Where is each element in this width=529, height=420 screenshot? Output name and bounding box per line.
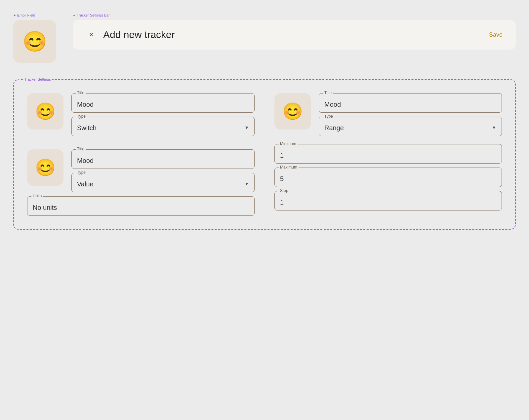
title-value-1: Mood [77, 99, 249, 108]
title-label-1: Title [76, 91, 86, 95]
minimum-value: 1 [280, 150, 496, 159]
settings-bar: × Add new tracker Save [73, 20, 516, 50]
tracker-item-3: 😊 Title Mood Type Range ▼ [274, 93, 502, 136]
tracker-grid: 😊 Title Mood Type Switch ▼ [27, 93, 502, 216]
units-section: Units No units [27, 196, 255, 216]
left-column: 😊 Title Mood Type Switch ▼ [27, 93, 255, 216]
tracker-settings-bar-label: Tracker Settings Bar [73, 13, 516, 17]
tracker-settings-bar-section: Tracker Settings Bar × Add new tracker S… [73, 13, 516, 50]
right-fields-3: Title Mood Type Range ▼ [319, 93, 502, 136]
close-button[interactable]: × [86, 29, 97, 40]
tracker-settings-label: Tracker Settings [19, 77, 52, 81]
type-field-1[interactable]: Type Switch ▼ [71, 117, 255, 136]
title-value-2: Mood [77, 156, 249, 165]
type-field-2[interactable]: Type Value ▼ [71, 173, 255, 192]
tracker-item-2: 😊 Title Mood Type Value ▼ [27, 149, 255, 216]
field-group-1: Title Mood Type Switch ▼ [71, 93, 255, 136]
minimum-field[interactable]: Minimum 1 [274, 144, 502, 164]
type-label-3: Type [323, 114, 334, 119]
step-label: Step [279, 188, 290, 193]
units-label: Units [31, 194, 43, 198]
emoji-field-emoji: 😊 [22, 30, 47, 53]
title-field-2[interactable]: Title Mood [71, 149, 255, 169]
tracker-settings-box: Tracker Settings 😊 Title Mood [13, 79, 516, 230]
title-value-3: Mood [324, 99, 496, 108]
emoji-field-card[interactable]: 😊 [13, 20, 56, 63]
extra-fields: Minimum 1 Maximum 5 Step 1 [274, 144, 502, 210]
title-field-1[interactable]: Title Mood [71, 93, 255, 113]
maximum-label: Maximum [279, 165, 299, 170]
dropdown-arrow-2: ▼ [244, 181, 249, 186]
right-column: 😊 Title Mood Type Range ▼ [274, 93, 502, 216]
type-label-2: Type [76, 170, 87, 175]
units-value: No units [33, 203, 249, 211]
dropdown-arrow-3: ▼ [492, 125, 496, 130]
tracker-item-2-row: 😊 Title Mood Type Value ▼ [27, 149, 255, 192]
title-label-2: Title [76, 147, 86, 151]
dropdown-arrow-1: ▼ [244, 125, 249, 130]
tracker-emoji-card-3[interactable]: 😊 [274, 93, 311, 130]
tracker-emoji-1: 😊 [35, 102, 56, 121]
save-button[interactable]: Save [489, 31, 503, 38]
step-value: 1 [280, 197, 496, 206]
type-label-1: Type [76, 114, 87, 119]
tracker-settings-section: Tracker Settings 😊 Title Mood [13, 79, 516, 230]
tracker-emoji-2: 😊 [35, 158, 56, 177]
tracker-emoji-card-1[interactable]: 😊 [27, 93, 63, 130]
close-icon: × [89, 30, 94, 39]
title-label-3: Title [323, 91, 333, 95]
tracker-emoji-card-2[interactable]: 😊 [27, 149, 63, 186]
type-value-1: Switch [77, 123, 97, 132]
type-field-3[interactable]: Type Range ▼ [319, 117, 502, 136]
type-value-2: Value [77, 179, 94, 188]
emoji-field-label: Emoji Field [13, 13, 56, 17]
tracker-item-1-row: 😊 Title Mood Type Switch ▼ [27, 93, 255, 136]
maximum-value: 5 [280, 174, 496, 183]
maximum-field[interactable]: Maximum 5 [274, 168, 502, 187]
field-group-2: Title Mood Type Value ▼ [71, 149, 255, 192]
emoji-field-section: Emoji Field 😊 [13, 13, 56, 63]
minimum-label: Minimum [279, 141, 298, 146]
tracker-emoji-3: 😊 [282, 102, 303, 121]
page-title: Add new tracker [103, 29, 482, 40]
title-field-3[interactable]: Title Mood [319, 93, 502, 113]
type-value-3: Range [324, 123, 344, 132]
units-field[interactable]: Units No units [27, 196, 255, 216]
step-field[interactable]: Step 1 [274, 191, 502, 210]
tracker-item-1: 😊 Title Mood Type Switch ▼ [27, 93, 255, 136]
